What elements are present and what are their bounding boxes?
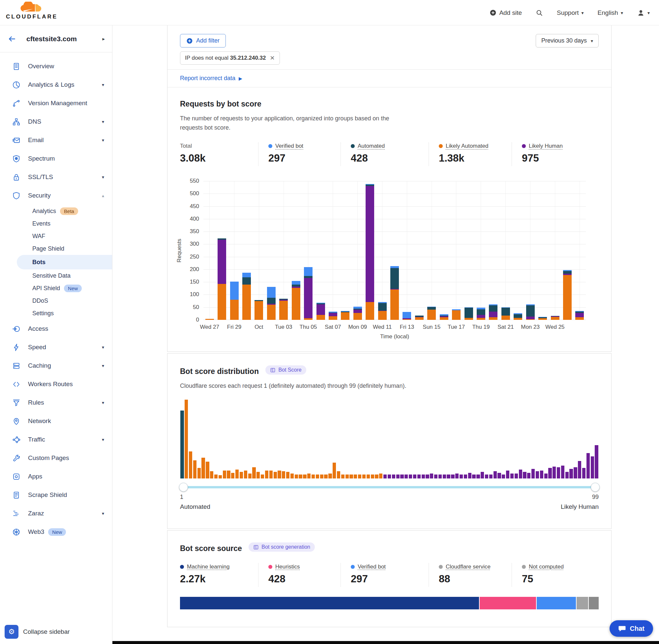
bar-segment-automated xyxy=(465,308,473,318)
histogram-bar xyxy=(206,462,209,478)
y-tick-label: 300 xyxy=(180,241,199,247)
sidebar-item-web3[interactable]: Web3New xyxy=(0,523,112,541)
add-site-button[interactable]: Add site xyxy=(490,9,522,17)
support-menu[interactable]: Support ▾ xyxy=(557,9,584,17)
stacked-bar xyxy=(339,181,351,320)
sidebar-item-dns[interactable]: DNS▾ xyxy=(0,112,112,131)
histogram-bar xyxy=(506,470,509,479)
histogram-bar xyxy=(464,475,467,479)
histogram-bar xyxy=(274,472,277,478)
bot-score-generation-badge[interactable]: Bot score generation xyxy=(249,543,315,552)
source-segment-not-computed xyxy=(589,597,599,610)
date-range-select[interactable]: Previous 30 days ▾ xyxy=(536,34,599,47)
sidebar-item-label: Settings xyxy=(32,310,54,317)
sidebar-item-overview[interactable]: Overview xyxy=(0,57,112,75)
sidebar-item-analytics-logs[interactable]: Analytics & Logs▾ xyxy=(0,75,112,94)
slider-track[interactable] xyxy=(180,486,599,488)
sidebar-item-apps[interactable]: Apps xyxy=(0,467,112,486)
sidebar-item-version-management[interactable]: Version Management xyxy=(0,94,112,112)
slider-handle-max[interactable] xyxy=(591,483,600,492)
histogram-bar xyxy=(552,466,556,479)
back-arrow-icon[interactable] xyxy=(7,34,17,43)
sidebar-item-label: Sensitive Data xyxy=(32,272,71,279)
sidebar-item-speed[interactable]: Speed▾ xyxy=(0,338,112,356)
bar-segment-likely-automated xyxy=(489,317,497,320)
new-badge: New xyxy=(64,284,82,292)
chat-button[interactable]: Chat xyxy=(610,620,653,637)
bar-segment-likely-automated xyxy=(427,309,436,320)
histogram-bar xyxy=(447,475,450,479)
sidebar-subitem-analytics[interactable]: AnalyticsBeta xyxy=(0,205,112,217)
sidebar-item-ssl-tls[interactable]: SSL/TLS▾ xyxy=(0,168,112,186)
chevron-right-icon[interactable]: ▸ xyxy=(102,36,105,42)
sidebar-subitem-ddos[interactable]: DDoS xyxy=(0,295,112,307)
sidebar-item-traffic[interactable]: Traffic▾ xyxy=(0,430,112,449)
histogram-bar xyxy=(548,468,551,478)
site-selector-row[interactable]: cftestsite3.com ▸ xyxy=(0,25,112,52)
histogram-bar xyxy=(278,470,281,479)
report-incorrect-data-link[interactable]: Report incorrect data ▶ xyxy=(180,75,242,82)
sidebar-subitem-page-shield[interactable]: Page Shield xyxy=(0,243,112,255)
slider-handle-min[interactable] xyxy=(179,483,188,492)
histogram-bar xyxy=(333,463,336,479)
sidebar-item-label: Analytics & Logs xyxy=(28,81,74,88)
filter-chip[interactable]: IP does not equal 35.212.240.32 ✕ xyxy=(180,51,280,65)
sidebar-item-label: Web3 xyxy=(28,528,44,535)
bar-segment-automated xyxy=(427,307,436,309)
stat-likely-human: Likely Human975 xyxy=(512,142,599,166)
search-button[interactable] xyxy=(536,9,543,17)
sidebar-subitem-waf[interactable]: WAF xyxy=(0,230,112,243)
sidebar-subitem-settings[interactable]: Settings xyxy=(0,307,112,320)
close-icon[interactable]: ✕ xyxy=(270,54,275,62)
histogram-bar xyxy=(248,474,252,478)
sidebar-item-label: Bots xyxy=(32,259,46,266)
stat-label: Verified bot xyxy=(351,564,386,570)
histogram-bar xyxy=(269,470,273,479)
sidebar-item-spectrum[interactable]: Spectrum xyxy=(0,150,112,168)
stacked-bar xyxy=(389,181,401,320)
stacked-bars xyxy=(204,181,586,320)
slider-min-value: 1 xyxy=(180,493,183,501)
y-axis-ticks: 550500450400350300250200150100500 xyxy=(180,181,199,320)
sidebar-subitem-api-shield[interactable]: API ShieldNew xyxy=(0,282,112,295)
stacked-bar xyxy=(401,181,413,320)
sidebar-item-zaraz[interactable]: Zaraz▾ xyxy=(0,504,112,523)
clipboard-icon xyxy=(12,62,21,71)
sidebar-item-label: Workers Routes xyxy=(28,381,73,388)
bot-score-badge[interactable]: Bot Score xyxy=(265,365,306,374)
bar-segment-likely-automated xyxy=(390,290,399,320)
chevron-right-icon: ▶ xyxy=(239,76,242,81)
bar-segment-likely-human xyxy=(477,315,485,318)
sidebar-item-scrape-shield[interactable]: Scrape Shield xyxy=(0,486,112,504)
funnel-icon xyxy=(12,398,21,407)
sidebar-subitem-sensitive-data[interactable]: Sensitive Data xyxy=(0,270,112,282)
histogram-bar xyxy=(214,475,217,479)
histogram-bar xyxy=(299,475,302,479)
bolt-icon xyxy=(12,343,21,352)
sidebar-item-workers-routes[interactable]: Workers Routes xyxy=(0,375,112,393)
y-tick-label: 400 xyxy=(180,216,199,222)
cloudflare-logo[interactable]: CLOUDFLARE xyxy=(6,2,55,20)
sidebar-item-network[interactable]: Network xyxy=(0,412,112,430)
sidebar-item-access[interactable]: Access xyxy=(0,320,112,338)
sidebar-subitem-events[interactable]: Events xyxy=(0,217,112,230)
bar-segment-likely-human xyxy=(526,317,535,319)
histogram-bar xyxy=(244,470,247,479)
add-filter-button[interactable]: Add filter xyxy=(180,34,226,47)
sidebar-subitem-bots[interactable]: Bots xyxy=(17,255,112,270)
language-menu[interactable]: English ▾ xyxy=(598,9,623,17)
sidebar-item-security[interactable]: Security▴ xyxy=(0,186,112,205)
bar-segment-likely-automated xyxy=(378,311,387,320)
stacked-bar xyxy=(327,181,339,320)
sidebar-item-rules[interactable]: Rules▾ xyxy=(0,393,112,412)
bar-segment-likely-human xyxy=(366,186,374,302)
sidebar-item-custom-pages[interactable]: Custom Pages xyxy=(0,449,112,467)
account-menu[interactable]: ▾ xyxy=(637,9,650,17)
gear-icon[interactable]: ⚙ xyxy=(5,625,19,639)
sidebar-item-email[interactable]: Email▾ xyxy=(0,131,112,150)
collapse-sidebar-button[interactable]: ⚙ Collapse sidebar xyxy=(5,625,70,639)
sidebar-item-caching[interactable]: Caching▾ xyxy=(0,356,112,375)
histogram-bar xyxy=(430,474,433,478)
stat-value: 975 xyxy=(522,152,599,164)
bar-segment-likely-human xyxy=(575,313,584,318)
